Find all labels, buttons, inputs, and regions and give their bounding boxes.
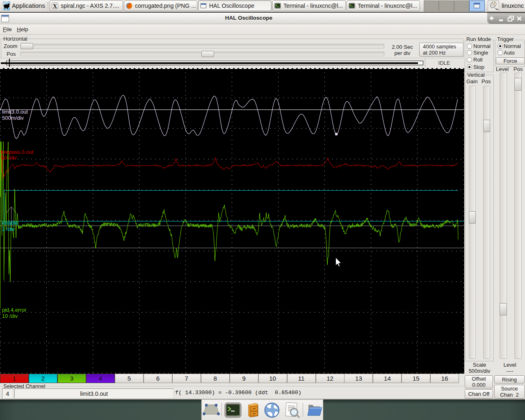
svg-text:pid.4.error: pid.4.error: [2, 307, 27, 313]
svg-text:limit3.0.out: limit3.0.out: [2, 109, 28, 115]
svg-text:10 /div: 10 /div: [2, 313, 18, 319]
svg-text:500m/div: 500m/div: [2, 115, 24, 121]
svg-text:lowpass.0.out: lowpass.0.out: [1, 149, 34, 155]
svg-text:enable: enable: [2, 220, 18, 226]
svg-text:50 /div: 50 /div: [1, 155, 17, 161]
svg-text:X: X: [53, 3, 57, 9]
svg-text:1 /div: 1 /div: [2, 226, 15, 232]
